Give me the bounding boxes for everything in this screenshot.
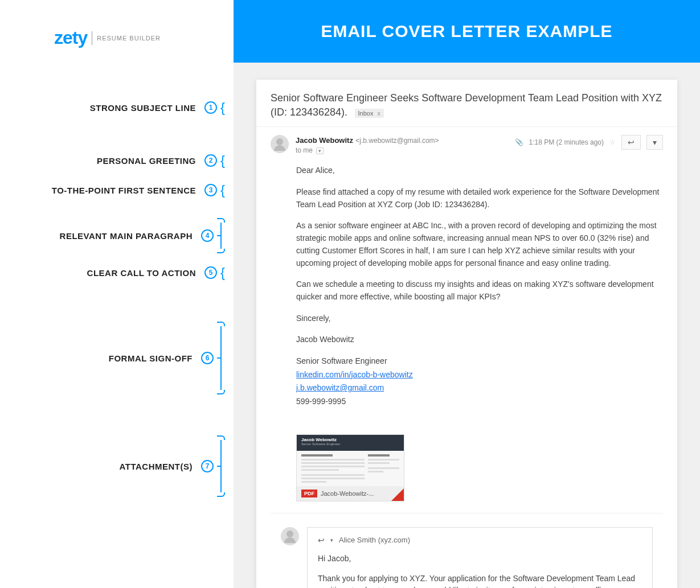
annotation-number: 4 bbox=[201, 229, 214, 242]
star-icon[interactable]: ☆ bbox=[609, 138, 616, 146]
annotation-label: TO-THE-POINT FIRST SENTENCE bbox=[52, 186, 196, 195]
annotation-7: ATTACHMENT(S) 7 bbox=[0, 435, 234, 497]
main-content: EMAIL COVER LETTER EXAMPLE Senior Softwa… bbox=[234, 0, 700, 588]
reply-to-name: Alice Smith (xyz.com) bbox=[339, 536, 410, 544]
bracket-tall-icon bbox=[217, 218, 225, 253]
fold-icon bbox=[391, 488, 404, 501]
reply-arrow-icon[interactable]: ↩ bbox=[318, 536, 325, 545]
signature-name: Jacob Webowitz bbox=[296, 334, 663, 346]
sidebar: zety RESUME BUILDER STRONG SUBJECT LINE … bbox=[0, 0, 234, 588]
annotation-number: 2 bbox=[204, 154, 217, 167]
signature-title: Senior Software Engineer bbox=[296, 355, 663, 368]
annotation-1: STRONG SUBJECT LINE 1 { bbox=[0, 100, 234, 116]
close-icon[interactable]: x bbox=[378, 110, 381, 117]
preview-title: Senior Software Engineer bbox=[301, 442, 399, 446]
annotation-label: RELEVANT MAIN PARAGRAPH bbox=[60, 231, 193, 241]
page-header: EMAIL COVER LETTER EXAMPLE bbox=[234, 0, 700, 63]
reply-button[interactable]: ↩ bbox=[621, 135, 641, 150]
chevron-down-icon[interactable]: ▾ bbox=[330, 537, 333, 543]
bracket-tall-icon bbox=[217, 435, 225, 497]
annotation-5: CLEAR CALL TO ACTION 5 { bbox=[0, 265, 234, 281]
logo-divider bbox=[92, 31, 92, 45]
email-link[interactable]: j.b.webowitz@gmail.com bbox=[296, 383, 384, 392]
attachment-preview: Jacob Webowitz Senior Software Engineer bbox=[297, 435, 404, 486]
linkedin-link[interactable]: linkedin.com/in/jacob-b-webowitz bbox=[296, 370, 413, 379]
annotation-3: TO-THE-POINT FIRST SENTENCE 3 { bbox=[0, 182, 234, 198]
attachment[interactable]: Jacob Webowitz Senior Software Engineer bbox=[296, 434, 404, 501]
annotation-label: FORMAL SIGN-OFF bbox=[109, 353, 193, 363]
sender-info: Jacob Webowitz <j.b.webowitz@gmail.com> … bbox=[296, 135, 508, 154]
annotation-number: 5 bbox=[204, 266, 217, 279]
bracket-icon: { bbox=[220, 265, 225, 281]
paragraph-3: Can we schedule a meeting to discuss my … bbox=[296, 278, 663, 303]
subject-row: Senior Software Engineer Seeks Software … bbox=[256, 80, 677, 127]
bracket-icon: { bbox=[220, 182, 225, 198]
logo-sub: RESUME BUILDER bbox=[97, 35, 161, 42]
email-panel: Senior Software Engineer Seeks Software … bbox=[256, 80, 677, 588]
page-title: EMAIL COVER LETTER EXAMPLE bbox=[321, 22, 612, 40]
reply-greeting: Hi Jacob, bbox=[318, 553, 642, 565]
avatar-icon bbox=[281, 527, 299, 545]
bracket-icon: { bbox=[220, 100, 225, 116]
sender-row: Jacob Webowitz <j.b.webowitz@gmail.com> … bbox=[256, 127, 677, 159]
greeting: Dear Alice, bbox=[296, 165, 663, 177]
signoff: Sincerely, bbox=[296, 312, 663, 325]
email-body: Dear Alice, Please find attached a copy … bbox=[256, 159, 677, 428]
annotation-6: FORMAL SIGN-OFF 6 bbox=[0, 322, 234, 394]
annotation-2: PERSONAL GREETING 2 { bbox=[0, 153, 234, 168]
reply-content: ↩ ▾ Alice Smith (xyz.com) Hi Jacob, Than… bbox=[307, 527, 653, 588]
annotation-number: 3 bbox=[204, 184, 217, 196]
email-meta: 📎 1:18 PM (2 minutes ago) ☆ ↩ ▾ bbox=[515, 135, 663, 150]
annotation-number: 7 bbox=[201, 460, 214, 472]
timestamp: 1:18 PM (2 minutes ago) bbox=[529, 138, 604, 146]
paragraph-1: Please find attached a copy of my resume… bbox=[296, 186, 663, 211]
pdf-badge: PDF bbox=[301, 490, 317, 497]
reply-to-row: ↩ ▾ Alice Smith (xyz.com) bbox=[318, 536, 642, 545]
annotation-number: 6 bbox=[201, 352, 214, 364]
preview-name: Jacob Webowitz bbox=[301, 437, 399, 442]
paragraph-2: As a senior software engineer at ABC Inc… bbox=[296, 220, 663, 269]
inbox-label: Inbox bbox=[358, 110, 374, 117]
sender-email: <j.b.webowitz@gmail.com> bbox=[355, 137, 439, 145]
logo: zety RESUME BUILDER bbox=[54, 27, 161, 48]
to-line: to me ▾ bbox=[296, 146, 508, 154]
signature-phone: 599-999-9995 bbox=[296, 396, 663, 408]
logo-main: zety bbox=[54, 27, 87, 48]
attachment-clip-icon: 📎 bbox=[515, 138, 523, 146]
avatar-icon bbox=[271, 135, 289, 153]
annotation-label: CLEAR CALL TO ACTION bbox=[87, 268, 196, 278]
sender-name: Jacob Webowitz bbox=[296, 136, 353, 145]
to-text: to me bbox=[296, 146, 313, 154]
annotation-4: RELEVANT MAIN PARAGRAPH 4 bbox=[0, 218, 234, 253]
annotation-label: STRONG SUBJECT LINE bbox=[90, 103, 196, 113]
bracket-icon: { bbox=[220, 153, 225, 168]
inbox-tag[interactable]: Inbox x bbox=[355, 109, 384, 118]
attachment-filename: Jacob-Webowitz-... bbox=[321, 490, 374, 497]
more-button[interactable]: ▾ bbox=[646, 135, 663, 150]
annotation-number: 1 bbox=[204, 101, 217, 114]
email-subject: Senior Software Engineer Seeks Software … bbox=[271, 92, 662, 118]
reply-body: Hi Jacob, Thank you for applying to XYZ.… bbox=[318, 553, 642, 588]
attachment-footer: PDF Jacob-Webowitz-... bbox=[297, 486, 404, 501]
annotation-label: PERSONAL GREETING bbox=[97, 156, 196, 166]
chevron-down-icon[interactable]: ▾ bbox=[316, 147, 324, 154]
annotation-label: ATTACHMENT(S) bbox=[120, 462, 193, 471]
bracket-tall-icon bbox=[217, 322, 225, 394]
reply-box: ↩ ▾ Alice Smith (xyz.com) Hi Jacob, Than… bbox=[271, 519, 663, 588]
reply-p1: Thank you for applying to XYZ. Your appl… bbox=[318, 573, 642, 588]
divider bbox=[271, 513, 663, 513]
